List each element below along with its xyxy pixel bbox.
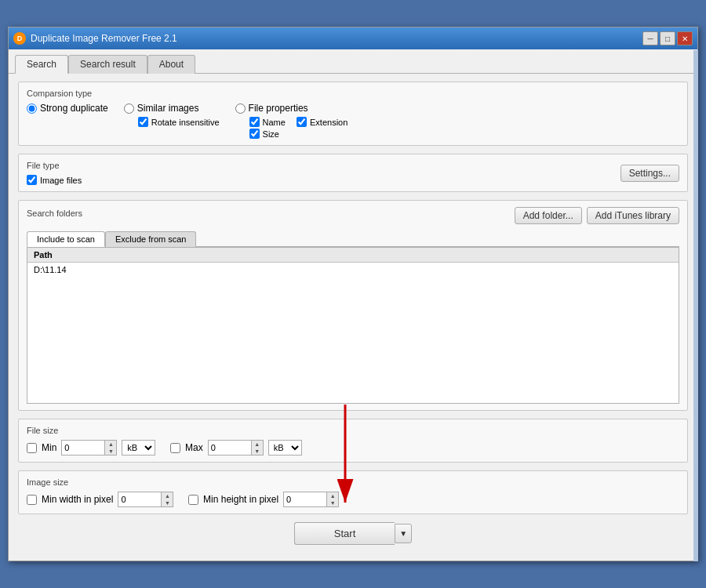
similar-images-row: Similar images [124,103,220,114]
strong-duplicate-item: Strong duplicate [27,103,108,114]
comparison-type-section: Comparsion type Strong duplicate [18,82,688,146]
image-files-label: Image files [40,176,82,185]
file-properties-radio[interactable] [235,103,246,114]
name-checkbox[interactable] [249,117,260,127]
max-value-input[interactable]: 0 [208,440,251,456]
folder-tab-exclude[interactable]: Exclude from scan [105,231,196,247]
min-width-down[interactable]: ▼ [162,499,173,506]
min-height-up[interactable]: ▲ [327,492,338,499]
max-spinner: 0 ▲ ▼ [208,440,264,456]
max-checkbox[interactable] [170,443,180,453]
min-width-checkbox[interactable] [27,495,37,505]
file-properties-row: File properties [235,103,348,114]
folder-buttons: Add folder... Add iTunes library [515,207,679,224]
name-extension-row: Name Extension [249,117,348,127]
min-height-down[interactable]: ▼ [327,499,338,506]
main-content: Search Search result About Comparsion ty… [9,49,697,561]
image-size-label: Image size [27,477,679,487]
size-checkbox[interactable] [249,129,260,139]
strong-duplicate-row: Strong duplicate [27,103,108,114]
start-dropdown-arrow[interactable]: ▼ [395,524,412,543]
max-label: Max [185,442,203,453]
strong-duplicate-radio[interactable] [27,103,37,114]
folder-tabs: Include to scan Exclude from scan [27,230,679,247]
folder-list-header: Path [27,248,679,263]
min-checkbox[interactable] [27,443,37,453]
similar-images-item: Similar images Rotate insensitive [124,103,220,127]
file-size-row: Min 0 ▲ ▼ kB MB GB [27,440,679,456]
min-width-input[interactable]: 0 [118,492,161,507]
start-row: Start ▼ [18,522,688,545]
size-row: Size [249,129,348,139]
add-itunes-button[interactable]: Add iTunes library [587,207,679,224]
start-button[interactable]: Start [294,522,395,545]
file-size-label: File size [27,426,679,435]
comparison-type-label: Comparsion type [27,89,679,98]
min-height-checkbox[interactable] [188,495,198,505]
tab-content-search: Comparsion type Strong duplicate [9,74,697,561]
size-label: Size [263,129,279,139]
tabs-header: Search Search result About [9,49,697,74]
min-width-arrows: ▲ ▼ [161,492,173,507]
min-spinner-arrows: ▲ ▼ [104,440,117,456]
min-height-input[interactable]: 0 [283,492,326,507]
add-folder-button[interactable]: Add folder... [515,207,582,224]
min-up-arrow[interactable]: ▲ [105,441,116,448]
search-folders-header: Search folders Add folder... Add iTunes … [27,207,679,224]
min-value-input[interactable]: 0 [61,440,104,456]
extension-checkbox[interactable] [297,117,307,127]
min-label: Min [42,442,56,453]
window-controls: ─ □ ✕ [642,31,693,45]
search-folders-section: Search folders Add folder... Add iTunes … [18,200,688,411]
similar-images-label: Similar images [137,103,199,114]
search-folders-label: Search folders [27,209,82,218]
rotate-insensitive-label: Rotate insensitive [151,118,220,127]
close-button[interactable]: ✕ [677,31,693,45]
rotate-insensitive-checkbox[interactable] [138,117,148,127]
file-properties-item: File properties Name Extension [235,103,348,139]
file-properties-label: File properties [249,103,308,114]
file-size-section: File size Min 0 ▲ ▼ kB [18,419,688,463]
similar-images-radio[interactable] [124,103,134,114]
max-spinner-arrows: ▲ ▼ [251,440,264,456]
strong-duplicate-label: Strong duplicate [40,103,108,114]
image-size-section: Image size Min width in pixel 0 ▲ ▼ [18,470,688,514]
rotate-insensitive-options: Rotate insensitive [138,117,220,127]
image-files-row: Image files [27,175,82,185]
image-files-checkbox[interactable] [27,175,37,185]
folder-list[interactable]: Path D:\11.14 [27,247,679,404]
min-width-spinner: 0 ▲ ▼ [118,492,173,507]
file-type-left: File type Image files [27,161,82,185]
title-bar: D Duplicate Image Remover Free 2.1 ─ □ ✕ [9,27,697,49]
name-label: Name [263,118,286,127]
min-height-label: Min height in pixel [203,494,278,505]
max-up-arrow[interactable]: ▲ [252,441,263,448]
max-down-arrow[interactable]: ▼ [252,448,263,455]
minimize-button[interactable]: ─ [642,31,658,45]
min-spinner: 0 ▲ ▼ [61,440,117,456]
tab-search-result[interactable]: Search result [68,55,147,74]
folder-tab-include[interactable]: Include to scan [27,231,105,247]
scrollbar[interactable] [693,50,698,561]
window-title: Duplicate Image Remover Free 2.1 [31,33,642,44]
folder-list-item[interactable]: D:\11.14 [27,263,679,277]
min-unit-select[interactable]: kB MB GB [122,440,155,456]
extension-label: Extension [310,118,348,127]
min-height-arrows: ▲ ▼ [326,492,339,507]
maximize-button[interactable]: □ [660,31,675,45]
max-unit-select[interactable]: kB MB GB [268,440,302,456]
min-height-spinner: 0 ▲ ▼ [283,492,339,507]
min-width-label: Min width in pixel [42,494,113,505]
file-type-section: File type Image files Settings... [18,154,688,192]
tab-search[interactable]: Search [15,55,68,74]
rotate-insensitive-row: Rotate insensitive [138,117,220,127]
min-down-arrow[interactable]: ▼ [105,448,116,455]
min-width-up[interactable]: ▲ [162,492,173,499]
app-icon: D [13,32,26,45]
file-properties-options: Name Extension Size [249,117,348,139]
main-window: D Duplicate Image Remover Free 2.1 ─ □ ✕… [8,27,698,561]
tab-about[interactable]: About [147,55,195,74]
image-size-row: Min width in pixel 0 ▲ ▼ Min height in p… [27,492,679,507]
comparison-radio-group: Strong duplicate Similar images [27,103,679,139]
settings-button[interactable]: Settings... [620,165,679,182]
